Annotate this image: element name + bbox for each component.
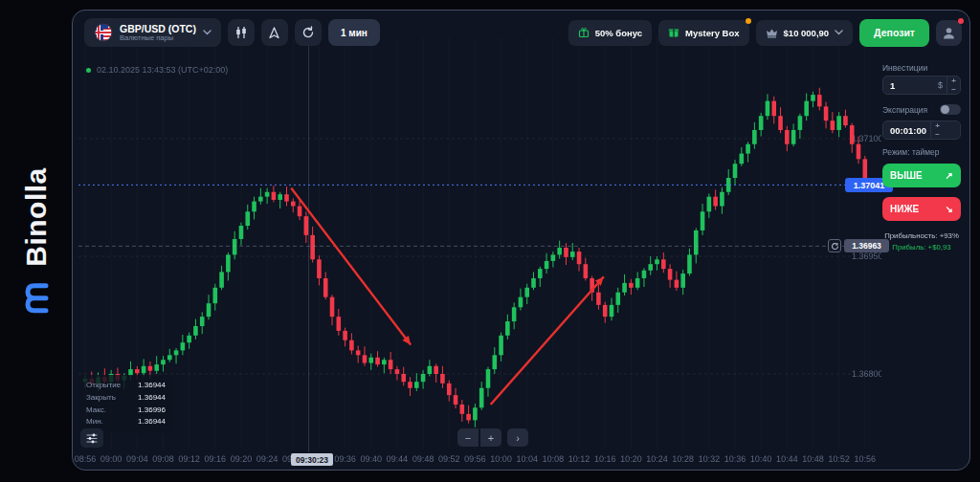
balance-value: $10 000,90 [784, 28, 830, 38]
chart-datetime: 02.10.2025 13:43:53 (UTC+02:00) [97, 65, 228, 75]
scroll-to-latest-button[interactable]: › [507, 428, 528, 447]
brand-sidebar: Binolla [0, 0, 72, 482]
alert-price-group: 1.36963 [828, 239, 889, 252]
trade-panel: Инвестиции 1 $ + − Экспирация 00:01:00 + [882, 58, 961, 252]
timeframe-label: 1 мин [341, 28, 368, 38]
tooltip-label: Макс. [86, 405, 106, 417]
bonus-button[interactable]: 50% бонус [568, 20, 652, 46]
investment-increase-button[interactable]: + [947, 77, 960, 85]
mystery-box-button[interactable]: Mystery Box [658, 20, 749, 46]
lower-label: НИЖЕ [890, 204, 919, 214]
app-window: GBP/USD (OTC) Валютные пары [72, 10, 970, 471]
deposit-button[interactable]: Депозит [859, 19, 929, 47]
investment-value: 1 [890, 80, 895, 91]
live-dot-icon [86, 68, 91, 73]
avatar-notification-dot [958, 18, 964, 24]
tooltip-label: Мин. [86, 416, 103, 428]
tooltip-row-low: Мин. 1.36944 [86, 416, 166, 428]
ohlc-tooltip: Открытие 1.36944 Закрыть 1.36944 Макс. 1… [78, 375, 173, 433]
higher-button[interactable]: ВЫШЕ ↗ [882, 164, 961, 187]
expiration-toggle[interactable] [940, 104, 961, 115]
bonus-label: 50% бонус [595, 28, 642, 38]
candlestick-icon [234, 26, 248, 39]
cursor-icon [268, 27, 280, 39]
expiration-row: Экспирация [882, 100, 961, 118]
arrow-down-right-icon: ↘ [946, 204, 953, 214]
topbar: GBP/USD (OTC) Валютные пары [73, 11, 969, 55]
tooltip-value: 1.36944 [138, 380, 166, 392]
profit-text: Прибыль: +$0,93 [882, 243, 961, 252]
chart-settings-button[interactable] [80, 428, 103, 448]
investment-input[interactable]: 1 $ + − [882, 76, 961, 95]
expiration-stepper: + − [930, 121, 944, 139]
investment-label: Инвестиции [882, 63, 961, 73]
investment-decrease-button[interactable]: − [947, 85, 960, 94]
expiration-decrease-button[interactable]: − [931, 130, 944, 139]
binolla-logo-icon [24, 282, 49, 315]
pair-category: Валютные пары [120, 34, 196, 43]
refresh-button[interactable] [295, 19, 322, 46]
mystery-box-icon [668, 27, 679, 38]
tooltip-value: 1.36996 [138, 405, 166, 417]
mystery-box-notification-dot [746, 18, 751, 24]
expiration-input[interactable]: 00:01:00 + − [882, 120, 961, 140]
profitability-text: Прибыльность: +93% [882, 231, 961, 240]
pair-name: GBP/USD (OTC) [120, 23, 196, 34]
chevron-down-icon [203, 30, 212, 35]
currency-symbol: $ [938, 80, 943, 90]
deposit-label: Депозит [874, 27, 915, 38]
account-tier-icon [766, 28, 778, 38]
sliders-icon [86, 433, 98, 444]
expiration-value: 00:01:00 [890, 125, 926, 136]
pair-selector[interactable]: GBP/USD (OTC) Валютные пары [84, 18, 221, 47]
brand-name: Binolla [20, 167, 53, 267]
tooltip-label: Открытие [86, 380, 121, 392]
chart-type-button[interactable] [228, 19, 255, 46]
follow-price-button[interactable] [828, 239, 841, 252]
toggle-knob [941, 105, 949, 114]
brand-lockup: Binolla [20, 167, 53, 315]
tooltip-row-high: Макс. 1.36996 [86, 405, 166, 417]
candlestick-chart[interactable] [73, 11, 881, 471]
mystery-box-label: Mystery Box [685, 28, 740, 38]
tooltip-value: 1.36944 [138, 392, 166, 405]
tooltip-row-open: Открытие 1.36944 [86, 380, 166, 392]
time-marker-badge: 09:30:23 [291, 453, 333, 466]
screen: Binolla [0, 0, 980, 482]
expiration-label: Экспирация [882, 105, 927, 115]
follow-price-icon [831, 242, 839, 251]
timeframe-button[interactable]: 1 мин [328, 19, 380, 46]
refresh-icon [301, 26, 315, 39]
lower-button[interactable]: НИЖЕ ↘ [882, 197, 961, 221]
drawing-tools-button[interactable] [261, 19, 288, 46]
chart-zoom-controls: − + › [457, 428, 528, 447]
account-balance-button[interactable]: $10 000,90 [756, 20, 854, 46]
higher-label: ВЫШЕ [890, 170, 923, 181]
tooltip-value: 1.36944 [138, 416, 166, 428]
arrow-up-right-icon: ↗ [946, 170, 953, 181]
tooltip-label: Закрыть [86, 392, 116, 405]
profile-avatar[interactable] [936, 20, 962, 46]
chart-status: 02.10.2025 13:43:53 (UTC+02:00) [86, 65, 228, 75]
tooltip-row-close: Закрыть 1.36944 [86, 392, 166, 405]
zoom-out-button[interactable]: − [457, 428, 479, 447]
zoom-in-button[interactable]: + [480, 428, 501, 447]
expiration-increase-button[interactable]: + [931, 121, 944, 130]
chevron-down-icon [835, 30, 843, 35]
investment-stepper: + − [947, 77, 960, 94]
mode-label: Режим: таймер [882, 147, 961, 157]
person-icon [942, 26, 956, 40]
pair-flag-icon [94, 23, 113, 42]
pair-info: GBP/USD (OTC) Валютные пары [120, 23, 196, 43]
gift-icon [578, 27, 590, 38]
